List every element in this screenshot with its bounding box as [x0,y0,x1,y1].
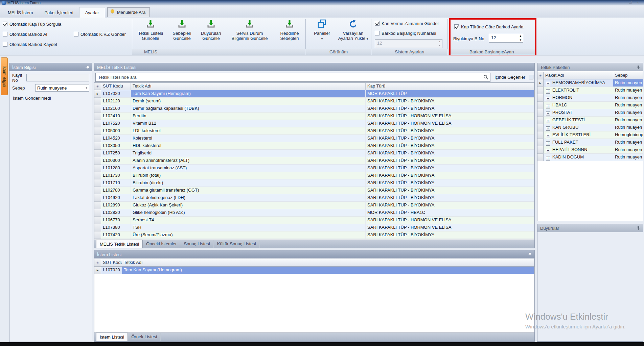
table-row[interactable]: L102410FerritinSARI KAPAKLI TÜP - HORMON… [94,113,534,120]
cell-sut-kodu: L101280 [101,165,131,172]
checkbox-otomatik-kap-tup-sorgula[interactable]: Otomatik Kap/Tüp Sorgula [3,21,61,27]
table-row[interactable]: L102160Demir bağlama kapasitesi (TDBK)SA… [94,105,534,113]
table-row[interactable]: +FULL PAKETRutin muayen [537,139,643,146]
table-row[interactable]: ▸+HEMOGRAM+BİYOKİMYARutin muayen [537,79,643,87]
table-row[interactable]: +HBA1CRutin muayen [537,102,643,109]
spinner-down-icon[interactable]: ▼ [518,38,523,42]
ribbon-tab[interactable]: Ayarlar [79,7,105,18]
table-row[interactable]: L101730Bilirubin (total)SARI KAPAKLI TÜP… [94,172,534,179]
checkbox-otomatik-kvz-gonder[interactable]: Otomatik K.V.Z Gönder [74,31,126,37]
expand-icon[interactable]: + [546,112,550,116]
ribbon-button[interactable]: ReddilmeSebepleri [275,19,304,41]
spinner-up-icon[interactable]: ▲ [437,40,442,44]
sebep-select[interactable]: Rutin muayene ▾ [35,84,89,92]
pin-icon[interactable] [86,65,89,69]
expand-icon[interactable]: + [546,134,550,138]
kayit-no-input[interactable] [26,74,89,81]
ribbon-button[interactable]: SebepleriGüncelle [168,19,196,41]
table-row[interactable]: L103050HDL kolesterolSARI KAPAKLI TÜP - … [94,142,534,150]
column-header-sebep[interactable]: Sebep [613,72,643,79]
barkod-baslangic-spinner[interactable]: 12 ▲▼ [375,39,442,48]
expand-icon[interactable]: + [546,141,550,146]
column-header-tetkik-adi[interactable]: Tetkik Adı [122,259,534,266]
table-row[interactable]: +GEBELİK TESTİRutin muayen [537,117,643,124]
column-header-sut-kodu[interactable]: SUT Kodu [101,259,122,266]
expand-icon[interactable]: + [546,97,550,101]
table-row[interactable]: +KADIN DOĞUMRutin muayen [537,154,643,161]
checkbox-barkod-baslangic-numarasi[interactable]: Barkod Başlangıç Numarası [375,30,436,36]
ribbon-button[interactable]: DuyurularıGüncelle [197,19,225,41]
cell-tetkik-adi: Alanin aminotransferaz (ALT) [131,157,366,165]
table-row[interactable]: L107420Üre (Serum/Plazma)SARI KAPAKLI TÜ… [94,231,534,239]
table-row[interactable]: +PROSTATRutin muayen [537,109,643,117]
table-row[interactable]: L104920Laktat dehidrogenaz (LDH)SARI KAP… [94,194,534,202]
table-row[interactable]: L102890Glukoz (Açlık Kan Şekeri)SARI KAP… [94,202,534,209]
ribbon-tab[interactable]: MELİS İstem [2,8,39,18]
table-row[interactable]: +HORMONRutin muayen [537,94,643,102]
menu-search-box[interactable]: Menülerde Ara [107,7,150,17]
checkbox-otomatik-barkod-al[interactable]: Otomatik Barkod Al [3,31,47,37]
cell-kap-turu: SARI KAPAKLI TÜP - BİYOKİMYA [366,202,534,209]
close-button[interactable]: ✕ [637,0,639,5]
expand-icon[interactable]: + [546,126,550,131]
biyokimya-bno-spinner[interactable]: 12 ▲▼ [489,34,523,43]
cell-paket-adi: +HBA1C [544,102,613,109]
pin-icon[interactable] [637,65,640,69]
table-row[interactable]: L104520KolesterolSARI KAPAKLI TÜP - BİYO… [94,135,534,142]
checkbox-kap-turune-gore-barkod-ayarla[interactable]: Kap Türüne Göre Barkod Ayarla [454,24,524,30]
ribbon-button[interactable]: Tetkik ListesiGüncelle [135,19,166,41]
table-row[interactable]: L107250TrigliseridSARI KAPAKLI TÜP - BİY… [94,150,534,157]
table-row[interactable]: L101710Bilirubin (direkt)SARI KAPAKLI TÜ… [94,179,534,187]
cell-sut-kodu: L101710 [101,179,131,187]
checkbox-kan-verme-zamanini-gonder[interactable]: Kan Verme Zamanını Gönder [375,20,439,26]
maximize-button[interactable]: ❐ [629,0,632,5]
expand-icon[interactable]: + [546,89,550,94]
spinner-down-icon[interactable]: ▼ [437,44,442,48]
table-row[interactable]: L105000LDL kolesterolSARI KAPAKLI TÜP - … [94,127,534,135]
table-row[interactable]: L102120Demir (serum)SARI KAPAKLI TÜP - B… [94,98,534,105]
table-row[interactable]: ▸L107020Tam Kan Sayımı (Hemogram) [94,267,534,274]
tab-item[interactable]: Kültür Sonuç Listesi [214,240,260,248]
expand-icon[interactable]: + [546,149,550,153]
checkbox-otomatik-barkod-kaydet[interactable]: Otomatik Barkod Kaydet [3,41,57,47]
tab-active[interactable]: MELİS Tetkik Listesi [96,240,143,248]
pin-icon[interactable] [637,226,640,230]
table-row[interactable]: +EVLİLİK TESTLERİHemoglobinop [537,131,643,139]
sidebar-tab-istem-bilgisi[interactable]: İstem Bilgisi [1,57,8,95]
tab-item[interactable]: Sonuç Listesi [180,240,213,248]
tab-active[interactable]: İstem Listesi [96,332,128,341]
varsayilan-ayarlari-yukle-button[interactable]: VarsayılanAyarları Yükle ▾ [336,19,371,42]
tetkik-search-box[interactable] [95,73,490,82]
table-row[interactable]: L106770Serbest T4SARI KAPAKLI TÜP - HORM… [94,217,534,224]
tab-item[interactable]: Örnek Listesi [128,333,161,341]
column-header-sut-kodu[interactable]: SUT Kodu [101,83,131,90]
spinner-up-icon[interactable]: ▲ [518,34,523,38]
column-header-tetkik-adi[interactable]: Tetkik Adı [131,83,366,90]
table-row[interactable]: +ELEKTROLİTRutin muayen [537,87,643,94]
pin-icon[interactable] [528,252,532,256]
tab-item[interactable]: Önceki İstemler [143,240,180,248]
minimize-button[interactable]: – [622,0,624,5]
expand-icon[interactable]: + [546,119,550,123]
ribbon-tab[interactable]: Paket İşlemleri [39,8,79,18]
expand-icon[interactable]: + [546,104,550,108]
tetkik-search-input[interactable] [96,75,482,80]
icinde-gecenler-checkbox[interactable] [529,75,533,79]
table-row[interactable]: L107520Vitamin B12SARI KAPAKLI TÜP - HOR… [94,120,534,127]
row-indicator [94,120,101,127]
table-row[interactable]: ▸L107020Tam Kan Sayımı (Hemogram)MOR KAP… [94,90,534,98]
paneller-button[interactable]: Paneller▾ [309,19,335,42]
table-row[interactable]: L101280Aspartat transaminaz (AST)SARI KA… [94,165,534,172]
ribbon-button[interactable]: Servis DurumBilgilerini Güncelle [226,19,273,41]
column-header-kap-turu[interactable]: Kap Türü [366,83,534,90]
table-row[interactable]: L100300Alanin aminotransferaz (ALT)SARI … [94,157,534,165]
table-row[interactable]: +HEPATİT SONNNRutin muayen [537,146,643,154]
table-row[interactable]: +KAN GRUBURutin muayen [537,124,643,131]
expand-icon[interactable]: + [546,156,550,160]
column-header-paket-adi[interactable]: Paket Adı [544,72,613,79]
table-row[interactable]: L107380TSHSARI KAPAKLI TÜP - HORMON VE E… [94,224,534,231]
table-row[interactable]: L102820Glike hemoglobin (Hb A1c)MOR KAPA… [94,209,534,217]
duyurular-panel: Duyurular [537,224,643,342]
table-row[interactable]: L102780Gamma glutamil transferaz (GGT)SA… [94,187,534,194]
expand-icon[interactable]: + [546,82,550,86]
